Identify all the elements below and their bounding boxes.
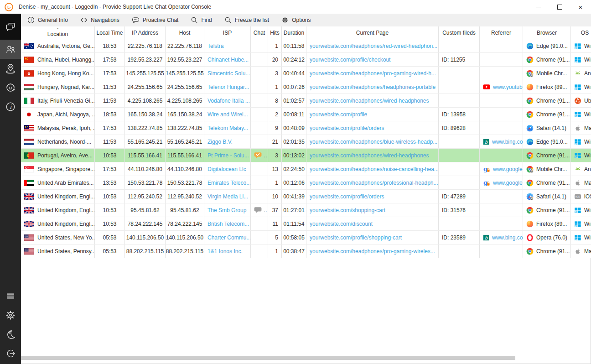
- current-page-link[interactable]: yourwebsite.com/headphones/red-wired-hea…: [310, 43, 437, 49]
- isp-link[interactable]: Vodafone Italia ...: [207, 98, 250, 104]
- sidebar-item-menu[interactable]: [0, 286, 21, 306]
- isp-link[interactable]: Digitalocean Llc: [207, 166, 246, 172]
- isp-link[interactable]: Telenor Hungar...: [207, 84, 249, 90]
- isp-link[interactable]: British Telecom...: [207, 221, 249, 227]
- cell-host: 44.110.246.80: [166, 162, 204, 176]
- column-header-browser[interactable]: Browser: [523, 26, 571, 39]
- referrer-link[interactable]: www.bing.co...: [492, 234, 523, 241]
- column-header-chat[interactable]: Chat: [251, 26, 268, 39]
- table-row[interactable]: Malaysia, Perak, Ipoh, ...17:53138.222.7…: [21, 121, 591, 135]
- local-time: 18:53: [103, 43, 116, 49]
- isp-link[interactable]: Virgin Media Li...: [207, 193, 248, 200]
- browser-label: Chrome (91...: [536, 180, 570, 186]
- column-header-host[interactable]: Host: [166, 26, 204, 39]
- local-time: 17:53: [103, 125, 116, 131]
- current-page-link[interactable]: yourwebsite.com/headphones/noise-cancell…: [310, 166, 439, 172]
- toolbar-item-proactive-chat[interactable]: Proactive Chat: [132, 16, 179, 24]
- isp-link[interactable]: Telstra: [207, 43, 223, 49]
- current-page-link[interactable]: yourwebsite.com/headphones/wired-headpho…: [310, 98, 429, 104]
- isp-link[interactable]: Pt Prime - Solu...: [207, 152, 249, 159]
- isp-link[interactable]: Simcentric Solu...: [207, 70, 250, 77]
- isp-link[interactable]: Ziggo B.V.: [207, 139, 233, 145]
- table-row[interactable]: China, Hubei, Huangg...17:53192.55.23.22…: [21, 53, 591, 67]
- toolbar-item-find[interactable]: Find: [191, 16, 212, 24]
- column-header-location[interactable]: ˆLocation: [21, 26, 95, 39]
- column-header-time[interactable]: Local Time: [95, 26, 125, 39]
- table-row[interactable]: United States, New Yo...05:53140.115.206…: [21, 231, 591, 244]
- table-row[interactable]: Netherlands, Noord-...11:5355.165.245.21…: [21, 135, 591, 149]
- current-page-link[interactable]: yourwebsite.com/profile/orders: [310, 125, 384, 131]
- table-row[interactable]: United Kingdom, Engl...10:5395.45.81.629…: [21, 203, 591, 217]
- toolbar-item-options[interactable]: Options: [281, 16, 311, 24]
- table-row[interactable]: Singapore, Singapore...17:5344.110.246.8…: [21, 162, 591, 176]
- current-page-link[interactable]: yourwebsite.com/headphones/blue-wireless…: [310, 139, 437, 145]
- sidebar-item-info[interactable]: i: [0, 97, 21, 116]
- referrer-link[interactable]: www.google...: [493, 166, 523, 172]
- cell-location: United Kingdom, Engl...: [21, 203, 95, 217]
- toolbar-item-general-info[interactable]: iGeneral Info: [27, 16, 68, 24]
- current-page-link[interactable]: yourwebsite.com/headphones/pro-gaming-wi…: [310, 70, 436, 77]
- isp-link[interactable]: 1&1 Ionos Inc.: [207, 248, 243, 255]
- maximize-button[interactable]: [549, 0, 570, 14]
- isp-link[interactable]: Charter Commu...: [207, 234, 251, 241]
- sidebar-item-geo[interactable]: [0, 59, 21, 78]
- current-page-link[interactable]: yourwebsite.com/profile/checkout: [310, 57, 390, 63]
- current-page-link[interactable]: yourwebsite.com/discount: [310, 221, 373, 227]
- close-button[interactable]: ×: [570, 0, 591, 14]
- sidebar-item-visitors[interactable]: [0, 40, 21, 59]
- isp-link[interactable]: Telekom Malay...: [207, 125, 248, 131]
- isp-link[interactable]: The Smb Group: [207, 207, 246, 213]
- sidebar-item-logout[interactable]: [0, 344, 21, 363]
- current-page-link[interactable]: yourwebsite.com/profile/shopping-cart: [310, 234, 402, 241]
- current-page-link[interactable]: yourwebsite.com/profile: [310, 111, 367, 118]
- current-page-link[interactable]: yourwebsite.com/shopping-cart: [310, 207, 385, 213]
- table-row[interactable]: Italy, Friuli-Venezia Gi...11:534.225.10…: [21, 94, 591, 108]
- toolbar-item-freeze-the-list[interactable]: Freeze the list: [224, 16, 269, 24]
- current-page-link[interactable]: yourwebsite.com/profile/orders: [310, 193, 384, 200]
- ip-address: 165.150.38.24: [128, 111, 163, 118]
- location-text: United Kingdom, Engl...: [37, 221, 95, 227]
- cell-referrer: bwww.bing.co...: [480, 135, 523, 148]
- table-row[interactable]: United States, Pennsy...05:5388.202.215.…: [21, 244, 591, 258]
- column-header-referrer[interactable]: Referrer: [480, 26, 523, 39]
- isp-link[interactable]: Wire and Wirel...: [207, 111, 248, 118]
- isp-link[interactable]: Emirates Teleco...: [207, 180, 251, 186]
- column-header-custom[interactable]: Custom fileds: [439, 26, 480, 39]
- referrer-link[interactable]: www.youtub...: [493, 84, 523, 90]
- column-header-isp[interactable]: ISP: [204, 26, 251, 39]
- referrer-link[interactable]: www.bing.co...: [492, 139, 523, 145]
- svg-text:M: M: [530, 169, 533, 172]
- column-header-os[interactable]: OS: [571, 26, 591, 39]
- sidebar-item-chats[interactable]: [0, 14, 21, 40]
- column-header-ip[interactable]: IP Address: [125, 26, 166, 39]
- browser-label: Chrome (91...: [536, 248, 570, 255]
- visit-duration: 01:27:01: [283, 207, 305, 213]
- table-row[interactable]: United Kingdom, Engl...10:53112.95.240.5…: [21, 190, 591, 203]
- current-page-link[interactable]: yourwebsite.com/headphones/pro-gaming-wi…: [310, 248, 435, 255]
- sidebar-item-operator[interactable]: [0, 78, 21, 97]
- table-row[interactable]: United Kingdom, Engl...10:5378.24.222.14…: [21, 217, 591, 231]
- svg-text:10: 10: [575, 142, 578, 145]
- current-page-link[interactable]: yourwebsite.com/headphones/headphones-po…: [310, 84, 435, 90]
- isp-link[interactable]: Chinanet Hube...: [207, 57, 249, 63]
- current-page-link[interactable]: yourwebsite.com/headphones/wired-headpho…: [310, 152, 429, 159]
- column-header-label: OS: [581, 30, 589, 36]
- table-row[interactable]: Hong Kong, Hong Ko...17:53145.255.125.55…: [21, 67, 591, 80]
- referrer-link[interactable]: www.google...: [493, 180, 523, 186]
- horizontal-scrollbar-thumb[interactable]: [21, 356, 515, 360]
- table-row[interactable]: United Arab Emirates...13:53150.53.221.7…: [21, 176, 591, 190]
- browser-label: Opera (76.0): [536, 234, 567, 241]
- table-row[interactable]: Portugal, Aveiro, Ave...10:53115.55.166.…: [21, 149, 591, 162]
- minimize-button[interactable]: [528, 0, 549, 14]
- column-header-page[interactable]: Current Page: [306, 26, 439, 39]
- magnifier-icon: [224, 16, 232, 24]
- table-row[interactable]: Australia, Victoria, Ge...18:5322.225.76…: [21, 39, 591, 53]
- toolbar-item-navigations[interactable]: Navigations: [80, 16, 119, 24]
- current-page-link[interactable]: yourwebsite.com/headphones/professional-…: [310, 180, 438, 186]
- sidebar-item-theme[interactable]: [0, 325, 21, 344]
- table-row[interactable]: Hungary, Nograd, Kar...11:5324.255.156.6…: [21, 80, 591, 94]
- table-row[interactable]: Japan, Aichi, Nagoya, ...18:53165.150.38…: [21, 108, 591, 121]
- sidebar-item-settings[interactable]: [0, 306, 21, 325]
- column-header-hits[interactable]: Hits: [268, 26, 282, 39]
- column-header-duration[interactable]: Duration: [282, 26, 306, 39]
